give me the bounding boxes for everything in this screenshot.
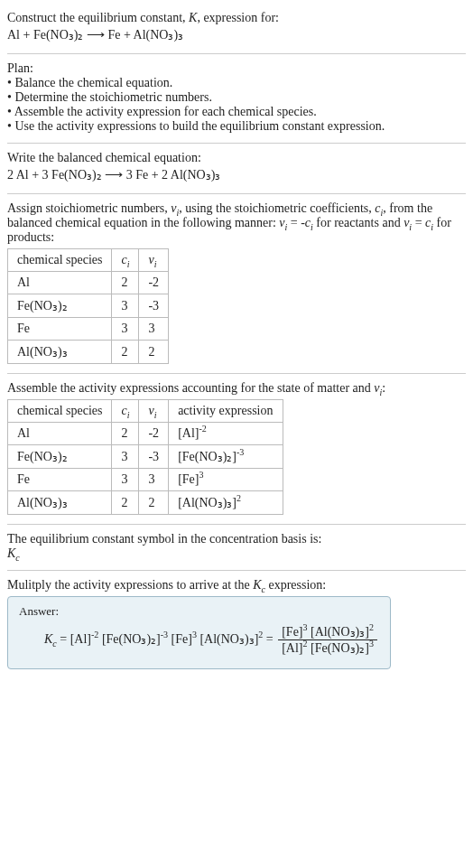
cell-species: Fe [8,318,112,341]
cell-vi: -3 [139,445,169,469]
cell-ci: 3 [112,445,139,469]
table-header-row: chemical species ci νi activity expressi… [8,400,283,423]
fraction-numerator: [Fe]3 [Al(NO₃)₃]2 [278,624,377,639]
cell-ci: 3 [112,469,139,491]
activities-text: Assemble the activity expressions accoun… [7,381,466,396]
col-ci: ci [112,249,139,272]
stoich-table: chemical species ci νi Al 2 -2 Fe(NO₃)₂ … [7,248,169,364]
cell-vi: 2 [139,491,169,515]
plan-bullet-4: • Use the activity expressions to build … [7,119,466,134]
balanced-equation: 2 Al + 3 Fe(NO₃)₂ ⟶ 3 Fe + 2 Al(NO₃)₃ [7,167,466,182]
cell-species: Al(NO₃)₃ [8,491,112,515]
activities-section: Assemble the activity expressions accoun… [7,374,466,524]
cell-vi: -3 [139,294,169,318]
cell-ci: 2 [112,423,139,445]
symbol-kc: Kc [7,546,466,561]
cell-ci: 3 [112,318,139,341]
col-species: chemical species [8,400,112,423]
intro-line1: Construct the equilibrium constant, K, e… [7,11,466,25]
cell-species: Fe(NO₃)₂ [8,445,112,469]
multiply-text: Mulitply the activity expressions to arr… [7,578,466,593]
assign-text: Assign stoichiometric numbers, νi, using… [7,201,466,245]
fraction-denominator: [Al]2 [Fe(NO₃)₂]3 [278,639,377,656]
cell-vi: 3 [139,318,169,341]
cell-vi: -2 [139,423,169,445]
cell-ci: 3 [112,294,139,318]
intro-equation: Al + Fe(NO₃)₂ ⟶ Fe + Al(NO₃)₃ [7,27,466,42]
table-row: Al 2 -2 [Al]-2 [8,423,283,445]
assign-section: Assign stoichiometric numbers, νi, using… [7,194,466,373]
cell-species: Fe [8,469,112,491]
activity-table: chemical species ci νi activity expressi… [7,399,283,515]
cell-ci: 2 [112,272,139,294]
plan-bullet-2: • Determine the stoichiometric numbers. [7,90,466,105]
plan-bullet-1: • Balance the chemical equation. [7,76,466,90]
cell-vi: -2 [139,272,169,294]
cell-activity: [Al(NO₃)₃]2 [169,491,283,515]
col-species: chemical species [8,249,112,272]
table-row: Al 2 -2 [8,272,169,294]
table-row: Al(NO₃)₃ 2 2 [Al(NO₃)₃]2 [8,491,283,515]
answer-fraction: [Fe]3 [Al(NO₃)₃]2 [Al]2 [Fe(NO₃)₂]3 [278,624,377,656]
cell-ci: 2 [112,341,139,364]
table-row: Fe(NO₃)₂ 3 -3 [Fe(NO₃)₂]-3 [8,445,283,469]
balanced-heading: Write the balanced chemical equation: [7,151,466,165]
cell-activity: [Al]-2 [169,423,283,445]
cell-vi: 2 [139,341,169,364]
symbol-line1: The equilibrium constant symbol in the c… [7,532,466,546]
balanced-section: Write the balanced chemical equation: 2 … [7,144,466,193]
col-activity: activity expression [169,400,283,423]
cell-activity: [Fe(NO₃)₂]-3 [169,445,283,469]
intro-section: Construct the equilibrium constant, K, e… [7,4,466,53]
table-row: Fe 3 3 [8,318,169,341]
plan-bullet-3: • Assemble the activity expression for e… [7,105,466,119]
table-row: Fe(NO₃)₂ 3 -3 [8,294,169,318]
table-row: Fe 3 3 [Fe]3 [8,469,283,491]
col-vi: νi [139,249,169,272]
cell-ci: 2 [112,491,139,515]
table-row: Al(NO₃)₃ 2 2 [8,341,169,364]
symbol-section: The equilibrium constant symbol in the c… [7,525,466,570]
multiply-section: Mulitply the activity expressions to arr… [7,571,466,678]
cell-species: Al(NO₃)₃ [8,341,112,364]
cell-species: Al [8,423,112,445]
answer-label: Answer: [19,604,379,619]
plan-heading: Plan: [7,61,466,76]
answer-formula: Kc = [Al]-2 [Fe(NO₃)₂]-3 [Fe]3 [Al(NO₃)₃… [19,624,379,656]
cell-activity: [Fe]3 [169,469,283,491]
answer-box: Answer: Kc = [Al]-2 [Fe(NO₃)₂]-3 [Fe]3 [… [7,596,391,669]
col-ci: ci [112,400,139,423]
col-vi: νi [139,400,169,423]
table-header-row: chemical species ci νi [8,249,169,272]
cell-species: Al [8,272,112,294]
cell-species: Fe(NO₃)₂ [8,294,112,318]
cell-vi: 3 [139,469,169,491]
plan-section: Plan: • Balance the chemical equation. •… [7,54,466,143]
